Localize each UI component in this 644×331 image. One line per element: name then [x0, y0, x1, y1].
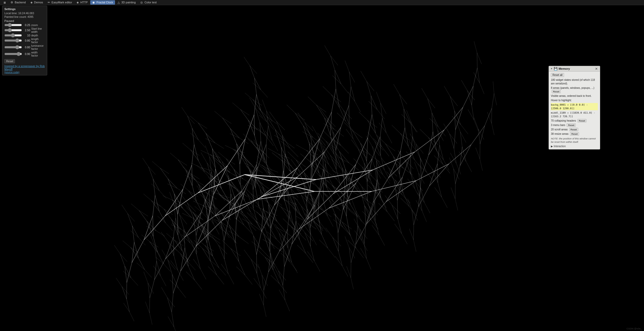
- color-test-icon: ◎: [140, 1, 143, 4]
- memory-header-left: ▼ 💾 Memory: [550, 67, 570, 70]
- menu-fractal-clock[interactable]: ◉ Fractal Clock: [90, 0, 115, 5]
- zoom-value: 0.25: [23, 23, 30, 27]
- areas-label: 8 areas (panels, windows, popups, ...): [551, 86, 594, 89]
- local-time: Local time: 16:24:46.083: [4, 12, 45, 15]
- scroll-areas-reset-button[interactable]: Reset: [569, 128, 578, 131]
- length-factor-row: 0.80 length factor: [4, 37, 45, 44]
- resize-areas-label: 38 resize areas: [551, 132, 568, 135]
- depth-slider[interactable]: [4, 34, 22, 37]
- start-line-width-row: 2.50 Start line width: [4, 27, 45, 33]
- length-factor-value: 0.80: [23, 39, 30, 42]
- width-factor-row: 0.90 width factor: [4, 51, 45, 57]
- backend-icon: ⚙: [11, 1, 13, 4]
- depth-row: 10 depth: [4, 34, 45, 37]
- memory-icon: 💾: [554, 67, 558, 70]
- widget-states-line: 180 widget states stored (of which 118 a…: [551, 78, 598, 85]
- width-factor-slider[interactable]: [4, 52, 22, 56]
- resize-areas-reset-button[interactable]: Reset: [570, 132, 579, 136]
- scroll-areas-line: 20 scroll areas Reset: [551, 128, 598, 131]
- visible-areas-line: Visible areas, ordered back to front.: [551, 94, 598, 98]
- menu-color-test[interactable]: ◎ Color test: [138, 0, 159, 5]
- areas-reset-button[interactable]: Reset: [552, 90, 561, 93]
- collapsing-headers-line: 70 collapsing headers Reset: [551, 119, 598, 123]
- menu-backend[interactable]: ⚙ Backend: [9, 0, 28, 5]
- reset-button[interactable]: Reset: [4, 59, 15, 63]
- watermark: CSDN @v0e_: [626, 327, 642, 330]
- fractal-canvas: [0, 5, 644, 331]
- length-factor-slider[interactable]: [4, 39, 22, 42]
- memory-panel: ▼ 💾 Memory ✕ Reset all 180 widget states…: [549, 66, 600, 149]
- painted-line-count: Painted line count: 4095: [4, 15, 45, 18]
- luminance-factor-slider[interactable]: [4, 46, 22, 49]
- 3d-painting-icon: △: [118, 1, 120, 4]
- http-icon: ◈: [77, 1, 79, 4]
- zoom-row: 0.25 zoom: [4, 23, 45, 27]
- luminance-factor-row: 0.80 luminance factor: [4, 44, 45, 50]
- menu-bars-label: 3 menu bars: [551, 124, 565, 127]
- memory-panel-body: Reset all 180 widget states stored (of w…: [549, 72, 600, 149]
- resize-areas-line: 38 resize areas Reset: [551, 132, 598, 136]
- paused-label: Paused: [4, 19, 45, 22]
- luminance-factor-label: luminance factor: [31, 44, 45, 50]
- menu-bar: 🖥 ⚙ Backend ◈ Demos ✏ EasyMark editor ◈ …: [0, 0, 644, 5]
- menu-http[interactable]: ◈ HTTP: [75, 0, 90, 5]
- start-line-width-slider[interactable]: [4, 29, 22, 32]
- memory-panel-header: ▼ 💾 Memory ✕: [549, 66, 600, 72]
- source-link[interactable]: (source code): [4, 71, 45, 74]
- memory-panel-title: Memory: [559, 67, 570, 70]
- demos-icon: ◈: [30, 1, 32, 4]
- depth-label: depth: [31, 34, 45, 37]
- start-line-width-value: 2.50: [23, 29, 30, 32]
- canvas-area: [0, 5, 644, 331]
- memory-close-button[interactable]: ✕: [594, 67, 598, 70]
- easymark-icon: ✏: [48, 1, 50, 4]
- luminance-factor-value: 0.80: [23, 46, 30, 49]
- areas-line: 8 areas (panels, windows, popups, ...) R…: [551, 86, 598, 93]
- settings-panel: Settings Local time: 16:24:46.083 Painte…: [2, 6, 47, 75]
- menu-demos[interactable]: ◈ Demos: [28, 0, 45, 5]
- zoom-label: zoom: [31, 23, 45, 27]
- backg-entry: backg_0001 → [[0.0 0.0] - [2506.0 1290.0…: [551, 103, 598, 110]
- scroll-areas-label: 20 scroll areas: [551, 128, 568, 131]
- menu-3d-painting[interactable]: △ 3D painting: [116, 0, 138, 5]
- menu-easymark[interactable]: ✏ EasyMark editor: [46, 0, 74, 5]
- start-line-width-label: Start line width: [31, 27, 45, 33]
- interaction-label[interactable]: ▶ Interaction: [551, 145, 598, 148]
- collapsing-reset-button[interactable]: Reset: [577, 119, 586, 122]
- depth-value: 10: [23, 34, 30, 37]
- inspired-link[interactable]: Inspired by a screensaver by Rob Mayoff: [4, 65, 45, 71]
- memory-note: NOTE: the position of this window cannot…: [551, 137, 598, 144]
- zoom-slider[interactable]: [4, 23, 22, 27]
- memory-reset-all-button[interactable]: Reset all: [551, 73, 564, 77]
- fractal-clock-icon: ◉: [92, 1, 95, 4]
- settings-title: Settings: [4, 7, 45, 11]
- collapse-arrow-icon[interactable]: ▼: [550, 67, 553, 70]
- menu-bars-line: 3 menu bars Reset: [551, 123, 598, 127]
- middl-code: middl_1189 → [[1839.0 411.0] - [2163.2 7…: [551, 111, 595, 118]
- middl-entry: middl_1189 → [[1839.0 411.0] - [2163.2 7…: [551, 111, 598, 118]
- backg-code: backg_0001 → [[0.0 0.0] - [2506.0 1290.0…: [551, 103, 588, 110]
- length-factor-label: length factor: [31, 37, 45, 44]
- menu-bars-reset-button[interactable]: Reset: [567, 123, 576, 127]
- hover-label-line: Hover to highlight:: [551, 99, 598, 102]
- collapsing-headers-label: 70 collapsing headers: [551, 119, 576, 122]
- width-factor-label: width factor: [31, 51, 45, 57]
- menu-logo[interactable]: 🖥: [1, 1, 8, 5]
- width-factor-value: 0.90: [23, 52, 30, 56]
